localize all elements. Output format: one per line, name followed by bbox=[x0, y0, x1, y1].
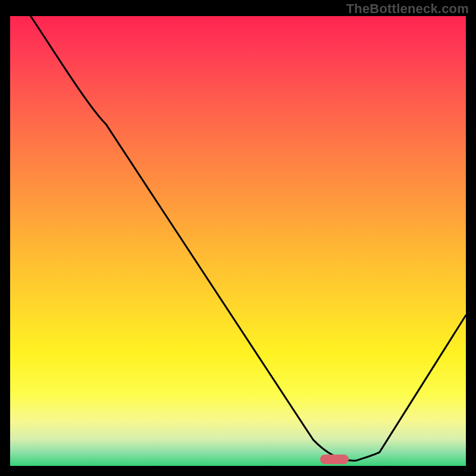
bottleneck-curve-line bbox=[10, 16, 466, 466]
curve-path bbox=[30, 16, 466, 461]
bottleneck-marker-pill bbox=[320, 455, 349, 464]
chart-plot-area bbox=[10, 16, 466, 466]
chart-frame: TheBottleneck.com bbox=[0, 0, 476, 476]
watermark-text: TheBottleneck.com bbox=[346, 1, 469, 17]
